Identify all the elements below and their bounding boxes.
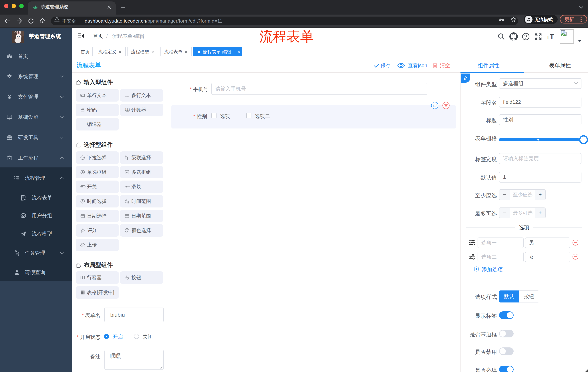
svg-text:123: 123	[125, 108, 130, 111]
